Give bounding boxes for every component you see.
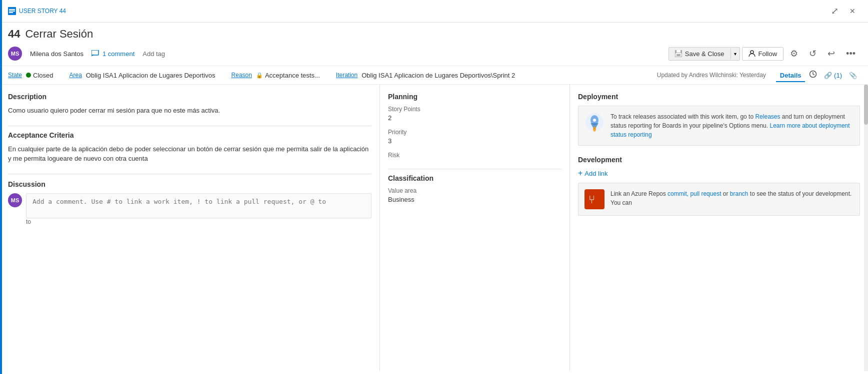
iteration-label[interactable]: Iteration [336, 72, 358, 79]
tab-history-button[interactable] [806, 68, 820, 82]
acceptance-criteria-section: Acceptance Criteria En cualquier parte d… [8, 131, 372, 164]
comment-input-row: MS [8, 193, 372, 218]
planning-section: Planning Story Points 2 Priority 3 Risk [388, 93, 562, 159]
deployment-box: To track releases associated with this w… [578, 106, 860, 146]
svg-point-16 [593, 127, 596, 132]
close-button[interactable]: ✕ [845, 5, 860, 18]
lock-icon: 🔒 [256, 72, 263, 79]
title-row: 44 Cerrar Sesión [0, 23, 868, 44]
area-value: Oblig ISA1 Aplicacion de Lugares Deporti… [86, 72, 216, 79]
settings-icon: ⚙ [790, 48, 798, 59]
settings-button[interactable]: ⚙ [786, 46, 802, 62]
svg-rect-2 [9, 11, 15, 12]
state-text: Closed [33, 72, 53, 79]
tab-attach-button[interactable]: 📎 [846, 70, 860, 81]
commit-link[interactable]: commit, [668, 190, 688, 197]
middle-panel: Planning Story Points 2 Priority 3 Risk … [380, 85, 570, 371]
value-area-field: Value area Business [388, 187, 562, 203]
save-close-label: Save & Close [685, 50, 724, 58]
state-label[interactable]: State [8, 72, 22, 79]
development-text: Link an Azure Repos commit, pull request… [610, 189, 854, 209]
breadcrumb-link[interactable]: USER STORY 44 [8, 7, 66, 15]
close-icon: ✕ [850, 7, 856, 15]
breadcrumb-text: USER STORY 44 [19, 8, 66, 15]
svg-point-10 [750, 51, 754, 54]
description-text: Como usuario quiero poder cerrar mi sesi… [8, 106, 372, 116]
dev-icon: ⑂ [584, 189, 604, 209]
add-link-button[interactable]: + Add link [578, 169, 608, 178]
meta-row: MS Milena dos Santos 1 comment Add tag S… [0, 44, 868, 66]
acceptance-title: Acceptance Criteria [8, 131, 372, 139]
undo-button[interactable]: ↩ [823, 46, 840, 62]
branch-link[interactable]: branch [730, 190, 748, 197]
scrollbar-thumb[interactable] [864, 85, 868, 125]
save-dropdown-arrow[interactable]: ▾ [730, 49, 740, 59]
right-panel: Deployment To track releases associated … [570, 85, 868, 371]
avatar: MS [8, 47, 22, 61]
svg-rect-9 [676, 54, 680, 56]
dev-svg-icon: ⑂ [584, 189, 604, 209]
comment-count: 1 comment [102, 50, 134, 58]
reason-label[interactable]: Reason [232, 72, 252, 79]
value-area-value: Business [388, 196, 562, 203]
comment-button[interactable]: 1 comment [92, 50, 134, 58]
reason-value: 🔒 Acceptance tests... [256, 72, 320, 79]
follow-button[interactable]: Follow [742, 47, 784, 61]
deploy-svg-icon [584, 112, 604, 132]
releases-link[interactable]: Releases [755, 113, 780, 120]
reason-text: Acceptance tests... [265, 72, 320, 79]
save-close-container: Save & Close ▾ [668, 47, 740, 61]
svg-text:⑂: ⑂ [588, 193, 595, 206]
refresh-icon: ↺ [809, 48, 816, 59]
risk-field: Risk [388, 152, 562, 159]
acceptance-text: En cualquier parte de la aplicación debo… [8, 144, 372, 164]
story-points-label: Story Points [388, 106, 562, 113]
reason-field-group: Reason 🔒 Acceptance tests... [232, 69, 328, 82]
discussion-title: Discussion [8, 180, 372, 188]
add-tag-button[interactable]: Add tag [142, 50, 165, 58]
story-icon-svg [8, 7, 16, 15]
left-blue-bar [0, 0, 2, 374]
pull-request-link[interactable]: pull request [690, 190, 721, 197]
divider-2 [388, 169, 562, 169]
comment-icon [92, 50, 100, 57]
save-icon [675, 50, 682, 57]
comment-to-text: to [26, 218, 31, 225]
action-bar: Save & Close ▾ Follow ⚙ ↺ ↩ ••• [668, 46, 860, 62]
development-title: Development [578, 156, 860, 164]
scrollbar-track [864, 85, 868, 371]
expand-button[interactable]: ⤢ [826, 3, 843, 19]
add-link-icon: + [578, 169, 582, 178]
more-button[interactable]: ••• [842, 46, 860, 62]
discussion-section: Discussion MS to [8, 174, 372, 225]
classification-title: Classification [388, 174, 562, 182]
development-box: ⑂ Link an Azure Repos commit, pull reque… [578, 183, 860, 216]
undo-icon: ↩ [828, 48, 835, 59]
save-close-button[interactable]: Save & Close [669, 48, 730, 60]
value-area-label: Value area [388, 187, 562, 194]
story-title: Cerrar Sesión [25, 28, 93, 41]
fields-row: State Closed Area Oblig ISA1 Aplicacion … [0, 66, 868, 85]
priority-label: Priority [388, 129, 562, 136]
divider-1 [8, 126, 372, 126]
main-content: Description Como usuario quiero poder ce… [0, 85, 868, 371]
comment-hint-text: to [26, 218, 372, 225]
area-label[interactable]: Area [70, 72, 82, 79]
learn-more-link[interactable]: Learn more about deployment status repor… [610, 122, 850, 138]
priority-value: 3 [388, 137, 562, 145]
author-name: Milena dos Santos [30, 50, 84, 58]
svg-rect-4 [92, 50, 98, 55]
links-count: (1) [834, 72, 842, 79]
top-bar: USER STORY 44 ⤢ ✕ [0, 0, 868, 23]
window-actions: ⤢ ✕ [826, 3, 860, 19]
left-panel: Description Como usuario quiero poder ce… [0, 85, 380, 371]
comment-input[interactable] [26, 193, 372, 218]
refresh-button[interactable]: ↺ [804, 46, 821, 62]
deployment-title: Deployment [578, 93, 860, 101]
state-value: Closed [26, 72, 53, 79]
tab-details[interactable]: Details [776, 70, 806, 82]
tab-links-button[interactable]: 🔗 (1) [821, 70, 845, 81]
description-title: Description [8, 93, 372, 101]
story-points-field: Story Points 2 [388, 106, 562, 122]
story-id: 44 [8, 28, 20, 41]
